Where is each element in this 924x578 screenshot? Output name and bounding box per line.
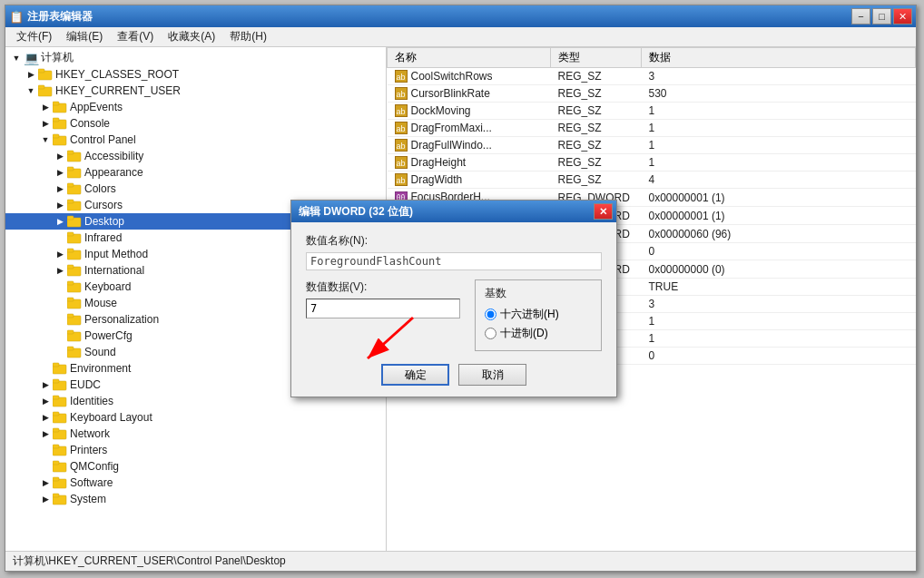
reg-name-cell: abDragHeight xyxy=(388,154,551,171)
tree-label-sound: Sound xyxy=(84,346,116,358)
edit-dword-dialog[interactable]: 编辑 DWORD (32 位值) ✕ 数值名称(N): ForegroundFl… xyxy=(290,200,617,397)
base-radio-group: 基数 十六进制(H) 十进制(D) xyxy=(475,279,602,351)
menu-help[interactable]: 帮助(H) xyxy=(222,27,274,46)
expander-cursors: ▶ xyxy=(53,198,67,212)
tree-label-infrared: Infrared xyxy=(84,231,122,244)
tree-label-network: Network xyxy=(70,427,110,440)
menu-edit[interactable]: 编辑(E) xyxy=(59,27,110,46)
tree-label-input-method: Input Method xyxy=(84,248,148,260)
reg-type-cell: REG_SZ xyxy=(551,120,642,137)
expander-network: ▶ xyxy=(38,426,53,441)
dialog-title-bar: 编辑 DWORD (32 位值) ✕ xyxy=(291,201,616,222)
tree-label-keyboard: Keyboard xyxy=(84,280,131,293)
tree-item-accessibility[interactable]: ▶ Accessibility xyxy=(5,148,386,164)
close-button[interactable]: ✕ xyxy=(893,8,912,24)
table-row[interactable]: abDragFullWindo...REG_SZ1 xyxy=(388,137,916,154)
reg-name-cell: abDragFullWindo... xyxy=(388,137,551,154)
expander-appevents: ▶ xyxy=(38,100,53,114)
tree-item-console[interactable]: ▶ Console xyxy=(5,115,386,132)
svg-rect-3 xyxy=(38,85,44,89)
tree-item-network[interactable]: ▶ Network xyxy=(5,426,386,442)
tree-label-software: Software xyxy=(70,476,113,489)
tree-label-colors: Colors xyxy=(84,182,116,195)
table-row[interactable]: abDragWidthREG_SZ4 xyxy=(388,171,916,189)
radio-dec[interactable] xyxy=(485,328,496,339)
reg-data-cell: 1 xyxy=(642,120,916,137)
svg-rect-5 xyxy=(53,102,59,105)
svg-rect-23 xyxy=(67,249,74,252)
cancel-button[interactable]: 取消 xyxy=(458,364,526,386)
tree-item-qmconfig[interactable]: QMConfig xyxy=(5,458,386,475)
minimize-button[interactable]: − xyxy=(851,8,870,24)
tree-item-keyboard-layout[interactable]: ▶ Keyboard Layout xyxy=(5,409,386,426)
tree-label-international: International xyxy=(84,264,144,277)
folder-icon-hkey-current xyxy=(38,84,53,97)
radio-dec-label[interactable]: 十进制(D) xyxy=(485,326,592,341)
tree-item-system[interactable]: ▶ System xyxy=(5,491,386,507)
expander-mouse xyxy=(53,296,67,310)
dialog-left: 数值数据(V): xyxy=(306,279,460,318)
tree-item-control-panel[interactable]: ▼ Control Panel xyxy=(5,132,386,148)
menu-file[interactable]: 文件(F) xyxy=(9,27,59,46)
reg-name-cell: abDockMoving xyxy=(388,103,551,120)
col-type: 类型 xyxy=(551,48,642,68)
expander-accessibility: ▶ xyxy=(53,149,67,163)
data-value-input[interactable] xyxy=(306,299,460,318)
tree-item-appearance[interactable]: ▶ Appearance xyxy=(5,164,386,181)
radio-dec-text: 十进制(D) xyxy=(500,326,548,341)
tree-item-hkey-classes[interactable]: ▶ HKEY_CLASSES_ROOT xyxy=(5,66,386,83)
tree-item-appevents[interactable]: ▶ AppEvents xyxy=(5,99,386,115)
dialog-close-button[interactable]: ✕ xyxy=(594,203,613,220)
svg-rect-39 xyxy=(53,379,59,383)
menu-view[interactable]: 查看(V) xyxy=(110,27,161,46)
svg-rect-7 xyxy=(53,118,59,122)
table-row[interactable]: abDockMovingREG_SZ1 xyxy=(388,103,916,120)
tree-item-hkey-current[interactable]: ▼ HKEY_CURRENT_USER xyxy=(5,83,386,99)
svg-rect-45 xyxy=(53,428,59,432)
tree-item-computer[interactable]: ▼ 💻 计算机 xyxy=(5,49,386,66)
svg-rect-19 xyxy=(67,216,74,220)
svg-rect-21 xyxy=(67,232,74,236)
menu-favorites[interactable]: 收藏夹(A) xyxy=(161,27,222,46)
tree-item-printers[interactable]: Printers xyxy=(5,442,386,458)
table-row[interactable]: abDragHeightREG_SZ1 xyxy=(388,154,916,171)
radio-hex-label[interactable]: 十六进制(H) xyxy=(485,307,592,322)
expander-hkey-current: ▼ xyxy=(24,83,38,98)
svg-rect-37 xyxy=(53,363,59,367)
expander-qmconfig xyxy=(38,459,53,474)
tree-label-hkey-current: HKEY_CURRENT_USER xyxy=(55,84,181,97)
svg-rect-51 xyxy=(53,477,59,481)
table-row[interactable]: abCoolSwitchRowsREG_SZ3 xyxy=(388,68,916,85)
status-text: 计算机\HKEY_CURRENT_USER\Control Panel\Desk… xyxy=(13,554,286,569)
reg-data-cell: 3 xyxy=(642,296,916,313)
restore-button[interactable]: □ xyxy=(872,8,891,24)
folder-icon-qmconfig xyxy=(53,460,67,473)
tree-label-identities: Identities xyxy=(70,395,113,407)
expander-keyboard xyxy=(53,279,67,294)
svg-rect-13 xyxy=(67,167,74,171)
svg-rect-25 xyxy=(67,265,74,269)
table-row[interactable]: abDragFromMaxi...REG_SZ1 xyxy=(388,120,916,137)
tree-label-appearance: Appearance xyxy=(84,166,143,179)
reg-type-cell: REG_SZ xyxy=(551,68,642,85)
table-row[interactable]: abCursorBlinkRateREG_SZ530 xyxy=(388,85,916,103)
ok-button[interactable]: 确定 xyxy=(381,364,449,386)
tree-label-cursors: Cursors xyxy=(84,199,123,211)
svg-rect-33 xyxy=(67,330,74,334)
expander-printers xyxy=(38,443,53,457)
name-label: 数值名称(N): xyxy=(306,233,602,249)
tree-label-eudc: EUDC xyxy=(70,378,101,391)
folder-icon-software xyxy=(53,476,67,489)
folder-icon-cursors xyxy=(67,199,82,211)
folder-icon-keyboard-layout xyxy=(53,411,67,424)
tree-item-software[interactable]: ▶ Software xyxy=(5,475,386,491)
name-value-display: ForegroundFlashCount xyxy=(306,252,602,270)
tree-label-powercfg: PowerCfg xyxy=(84,329,133,342)
expander-powercfg xyxy=(53,328,67,343)
radio-hex[interactable] xyxy=(485,309,496,320)
tree-label-mouse: Mouse xyxy=(84,297,117,309)
folder-icon-control-panel xyxy=(53,133,67,146)
tree-item-colors[interactable]: ▶ Colors xyxy=(5,181,386,197)
dialog-title-text: 编辑 DWORD (32 位值) xyxy=(299,204,413,220)
reg-data-cell: 0x00000060 (96) xyxy=(642,225,916,243)
